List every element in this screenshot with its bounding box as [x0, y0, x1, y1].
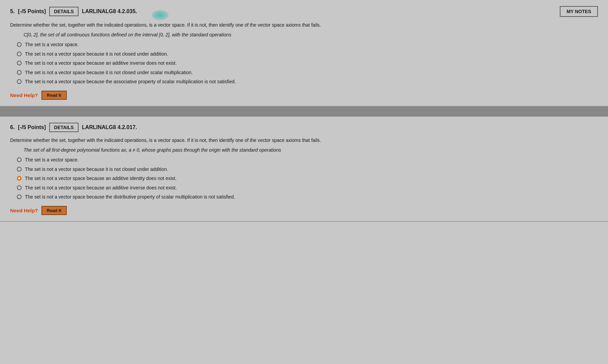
- section-divider: [0, 107, 608, 117]
- question-6-number: 6.: [10, 124, 14, 130]
- question-5-subtext: C[0, 2], the set of all continuous funct…: [10, 32, 598, 37]
- page-wrapper: 5. [-/5 Points] DETAILS LARLINALG8 4.2.0…: [0, 0, 608, 364]
- question-6-option-5-text: The set is not a vector space because th…: [25, 194, 235, 201]
- question-5-option-5-text: The set is not a vector space because th…: [25, 79, 236, 85]
- question-5-option-4[interactable]: The set is not a vector space because it…: [17, 69, 598, 76]
- question-5-option-5[interactable]: The set is not a vector space because th…: [17, 79, 598, 85]
- question-5-text: Determine whether the set, together with…: [10, 22, 598, 29]
- question-5-points: [-/5 Points]: [18, 8, 46, 14]
- question-6-option-4-text: The set is not a vector space because an…: [25, 185, 177, 191]
- question-5-option-3[interactable]: The set is not a vector space because an…: [17, 60, 598, 67]
- question-6-subtext: The set of all first-degree polynomial f…: [10, 147, 598, 153]
- question-6-option-4[interactable]: The set is not a vector space because an…: [17, 185, 598, 191]
- question-5-need-help-row: Need Help? Read It: [10, 91, 598, 100]
- question-5-option-2[interactable]: The set is not a vector space because it…: [17, 51, 598, 58]
- question-5-ref: LARLINALG8 4.2.035.: [82, 8, 137, 14]
- question-5-block: 5. [-/5 Points] DETAILS LARLINALG8 4.2.0…: [0, 0, 608, 107]
- question-5-option-3-text: The set is not a vector space because an…: [25, 60, 177, 67]
- radio-q6o4[interactable]: [17, 185, 22, 190]
- radio-q5o3[interactable]: [17, 61, 22, 65]
- question-6-details-button[interactable]: DETAILS: [49, 123, 79, 132]
- question-5-details-button[interactable]: DETAILS: [49, 7, 79, 16]
- radio-q6o2[interactable]: [17, 167, 22, 172]
- radio-q5o5[interactable]: [17, 79, 22, 84]
- radio-q5o4[interactable]: [17, 70, 22, 75]
- question-5-option-4-text: The set is not a vector space because it…: [25, 69, 193, 76]
- question-6-option-1[interactable]: The set is a vector space.: [17, 157, 598, 163]
- question-6-option-3[interactable]: The set is not a vector space because an…: [17, 175, 598, 182]
- radio-q6o1[interactable]: [17, 157, 22, 162]
- question-6-need-help-label: Need Help?: [10, 208, 38, 213]
- question-6-option-5[interactable]: The set is not a vector space because th…: [17, 194, 598, 201]
- question-6-option-2[interactable]: The set is not a vector space because it…: [17, 166, 598, 173]
- question-5-option-2-text: The set is not a vector space because it…: [25, 51, 168, 58]
- question-5-need-help-label: Need Help?: [10, 92, 38, 98]
- question-6-options: The set is a vector space. The set is no…: [10, 157, 598, 201]
- question-5-option-1-text: The set is a vector space.: [25, 41, 79, 48]
- question-5-option-1[interactable]: The set is a vector space.: [17, 41, 598, 48]
- question-6-text: Determine whether the set, together with…: [10, 137, 598, 144]
- question-6-read-it-button[interactable]: Read It: [41, 206, 67, 215]
- my-notes-button[interactable]: MY NOTES: [560, 6, 598, 17]
- question-6-option-1-text: The set is a vector space.: [25, 157, 79, 163]
- question-6-header: 6. [-/5 Points] DETAILS LARLINALG8 4.2.0…: [10, 123, 598, 132]
- question-6-option-2-text: The set is not a vector space because it…: [25, 166, 168, 173]
- question-5-options: The set is a vector space. The set is no…: [10, 41, 598, 85]
- question-5-number: 5.: [10, 8, 14, 14]
- question-6-need-help-row: Need Help? Read It: [10, 206, 598, 215]
- question-6-block: 6. [-/5 Points] DETAILS LARLINALG8 4.2.0…: [0, 117, 608, 222]
- question-5-header: 5. [-/5 Points] DETAILS LARLINALG8 4.2.0…: [10, 6, 598, 17]
- radio-q5o2[interactable]: [17, 52, 22, 56]
- radio-q6o5[interactable]: [17, 194, 22, 199]
- radio-q5o1[interactable]: [17, 42, 22, 47]
- question-6-ref: LARLINALG8 4.2.017.: [82, 124, 137, 130]
- question-6-points: [-/5 Points]: [18, 124, 46, 130]
- question-5-read-it-button[interactable]: Read It: [41, 91, 67, 100]
- radio-q6o3[interactable]: [17, 176, 22, 181]
- question-6-option-3-text: The set is not a vector space because an…: [25, 175, 177, 182]
